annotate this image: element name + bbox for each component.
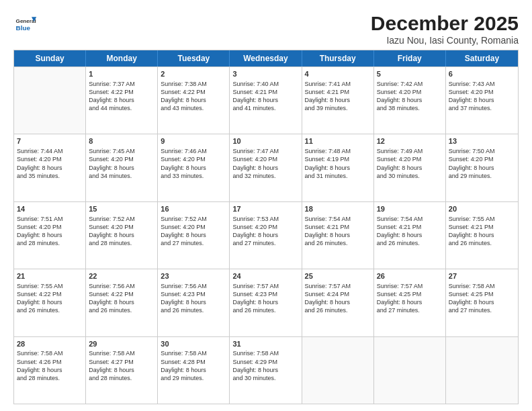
cal-cell: 10Sunrise: 7:47 AMSunset: 4:20 PMDayligh… (230, 134, 302, 201)
cal-cell: 5Sunrise: 7:42 AMSunset: 4:20 PMDaylight… (374, 67, 446, 134)
day-info: and 26 minutes. (232, 306, 298, 314)
day-info: Sunset: 4:22 PM (89, 88, 154, 96)
day-info: Sunrise: 7:57 AM (232, 282, 298, 290)
day-info: Sunset: 4:23 PM (232, 290, 298, 298)
day-info: Sunrise: 7:50 AM (449, 147, 515, 155)
day-info: Sunset: 4:21 PM (232, 88, 298, 96)
cal-cell: 19Sunrise: 7:54 AMSunset: 4:21 PMDayligh… (374, 202, 446, 269)
page: General Blue General Blue December 2025 … (0, 0, 532, 411)
day-info: Daylight: 8 hours (232, 164, 298, 172)
cal-cell: 11Sunrise: 7:48 AMSunset: 4:19 PMDayligh… (302, 134, 374, 201)
day-info: Daylight: 8 hours (449, 164, 515, 172)
day-info: and 29 minutes. (449, 172, 515, 180)
day-number: 21 (17, 271, 83, 281)
cal-cell: 16Sunrise: 7:52 AMSunset: 4:20 PMDayligh… (158, 202, 230, 269)
cal-cell: 31Sunrise: 7:58 AMSunset: 4:29 PMDayligh… (230, 337, 302, 404)
cal-cell: 8Sunrise: 7:45 AMSunset: 4:20 PMDaylight… (86, 134, 158, 201)
calendar-header: SundayMondayTuesdayWednesdayThursdayFrid… (14, 50, 518, 66)
day-number: 10 (232, 136, 298, 146)
day-info: Sunrise: 7:58 AM (89, 349, 154, 357)
day-info: Daylight: 8 hours (161, 96, 226, 104)
day-number: 15 (89, 204, 154, 214)
day-info: Sunset: 4:29 PM (232, 358, 298, 366)
day-info: Daylight: 8 hours (17, 366, 83, 374)
day-info: Sunrise: 7:43 AM (449, 80, 515, 88)
day-info: Daylight: 8 hours (449, 231, 515, 239)
day-number: 3 (232, 69, 298, 79)
day-info: Daylight: 8 hours (17, 231, 83, 239)
day-info: Daylight: 8 hours (305, 96, 371, 104)
day-info: Sunrise: 7:52 AM (89, 215, 154, 223)
day-number: 5 (377, 69, 443, 79)
day-number: 23 (161, 271, 226, 281)
day-number: 6 (449, 69, 515, 79)
day-info: Sunrise: 7:56 AM (89, 282, 154, 290)
day-info: Sunrise: 7:42 AM (377, 80, 443, 88)
day-info: and 27 minutes. (161, 239, 226, 247)
cal-row: 21Sunrise: 7:55 AMSunset: 4:22 PMDayligh… (14, 269, 518, 336)
day-info: Sunset: 4:21 PM (305, 88, 371, 96)
cal-cell: 28Sunrise: 7:58 AMSunset: 4:26 PMDayligh… (14, 337, 86, 404)
day-info: Sunrise: 7:49 AM (377, 147, 443, 155)
svg-text:Blue: Blue (16, 24, 31, 32)
day-info: Sunset: 4:20 PM (232, 223, 298, 231)
day-info: and 41 minutes. (232, 104, 298, 112)
header: General Blue General Blue December 2025 … (13, 12, 519, 46)
day-info: Sunset: 4:20 PM (17, 223, 83, 231)
day-info: and 28 minutes. (17, 239, 83, 247)
cal-cell: 22Sunrise: 7:56 AMSunset: 4:22 PMDayligh… (86, 269, 158, 336)
day-info: Sunset: 4:20 PM (449, 88, 515, 96)
cal-cell: 17Sunrise: 7:53 AMSunset: 4:20 PMDayligh… (230, 202, 302, 269)
day-info: Sunrise: 7:58 AM (449, 282, 515, 290)
day-info: Sunrise: 7:53 AM (232, 215, 298, 223)
day-info: Daylight: 8 hours (89, 96, 154, 104)
day-info: Sunset: 4:24 PM (305, 290, 371, 298)
day-info: Sunset: 4:21 PM (305, 223, 371, 231)
cal-cell (302, 337, 374, 404)
cal-row: 1Sunrise: 7:37 AMSunset: 4:22 PMDaylight… (14, 66, 518, 134)
cal-header-cell: Thursday (302, 50, 374, 66)
day-info: Daylight: 8 hours (161, 366, 226, 374)
cal-cell: 24Sunrise: 7:57 AMSunset: 4:23 PMDayligh… (230, 269, 302, 336)
day-info: and 27 minutes. (377, 306, 443, 314)
calendar-body: 1Sunrise: 7:37 AMSunset: 4:22 PMDaylight… (14, 66, 518, 404)
day-info: Daylight: 8 hours (449, 298, 515, 306)
day-number: 18 (305, 204, 371, 214)
cal-cell: 23Sunrise: 7:56 AMSunset: 4:23 PMDayligh… (158, 269, 230, 336)
day-info: and 26 minutes. (17, 306, 83, 314)
day-info: Daylight: 8 hours (305, 231, 371, 239)
cal-cell: 18Sunrise: 7:54 AMSunset: 4:21 PMDayligh… (302, 202, 374, 269)
cal-header-cell: Saturday (446, 50, 518, 66)
cal-header-cell: Friday (374, 50, 446, 66)
day-info: Sunrise: 7:58 AM (17, 349, 83, 357)
day-info: and 29 minutes. (161, 374, 226, 382)
day-info: Daylight: 8 hours (89, 164, 154, 172)
day-info: Daylight: 8 hours (305, 298, 371, 306)
day-info: and 30 minutes. (377, 172, 443, 180)
day-info: Sunset: 4:20 PM (89, 223, 154, 231)
day-info: Sunset: 4:20 PM (89, 155, 154, 163)
day-info: Daylight: 8 hours (161, 231, 226, 239)
day-info: Sunset: 4:22 PM (161, 88, 226, 96)
day-info: and 28 minutes. (89, 239, 154, 247)
day-info: and 26 minutes. (161, 306, 226, 314)
day-number: 24 (232, 271, 298, 281)
day-info: Daylight: 8 hours (449, 96, 515, 104)
day-info: Sunset: 4:25 PM (377, 290, 443, 298)
day-info: and 28 minutes. (17, 374, 83, 382)
cal-row: 14Sunrise: 7:51 AMSunset: 4:20 PMDayligh… (14, 201, 518, 269)
day-info: Sunrise: 7:38 AM (161, 80, 226, 88)
day-info: Sunrise: 7:51 AM (17, 215, 83, 223)
cal-cell: 7Sunrise: 7:44 AMSunset: 4:20 PMDaylight… (14, 134, 86, 201)
cal-cell: 21Sunrise: 7:55 AMSunset: 4:22 PMDayligh… (14, 269, 86, 336)
day-number: 17 (232, 204, 298, 214)
day-info: Daylight: 8 hours (161, 298, 226, 306)
day-info: Sunrise: 7:52 AM (161, 215, 226, 223)
day-number: 13 (449, 136, 515, 146)
day-info: Sunset: 4:27 PM (89, 358, 154, 366)
day-info: Daylight: 8 hours (232, 231, 298, 239)
day-info: Daylight: 8 hours (232, 298, 298, 306)
day-info: Sunset: 4:21 PM (377, 223, 443, 231)
day-info: and 32 minutes. (232, 172, 298, 180)
cal-cell: 26Sunrise: 7:57 AMSunset: 4:25 PMDayligh… (374, 269, 446, 336)
